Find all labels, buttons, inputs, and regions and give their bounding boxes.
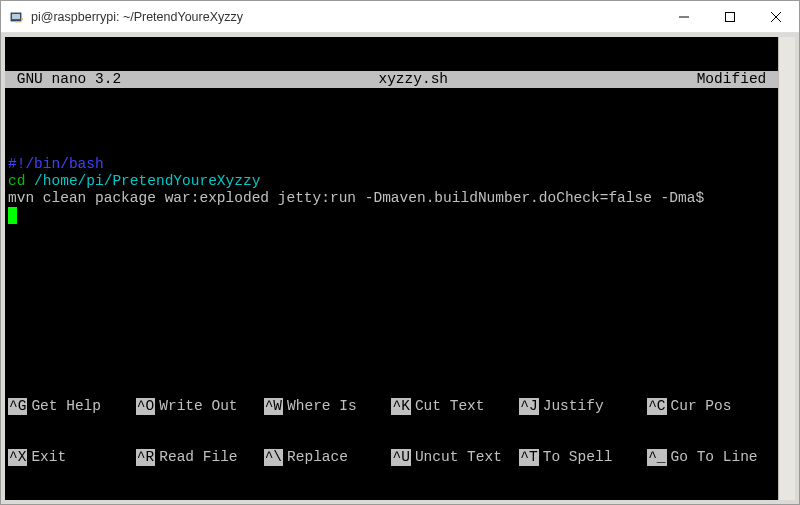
- shortcut-replace[interactable]: ^\Replace: [264, 449, 392, 466]
- shortcut-read-file[interactable]: ^RRead File: [136, 449, 264, 466]
- window-controls: [661, 1, 799, 32]
- cd-path: /home/pi/PretendYoureXyzzy: [25, 173, 260, 189]
- svg-point-3: [21, 17, 23, 19]
- shortcut-row-2: ^XExit ^RRead File ^\Replace ^UUncut Tex…: [8, 449, 775, 466]
- text-cursor: [8, 207, 17, 224]
- editor-viewport[interactable]: #!/bin/bashcd /home/pi/PretendYoureXyzzy…: [5, 122, 778, 258]
- shortcut-to-spell[interactable]: ^TTo Spell: [519, 449, 647, 466]
- svg-rect-5: [726, 12, 735, 21]
- shortcut-justify[interactable]: ^JJustify: [519, 398, 647, 415]
- terminal-wrapper: GNU nano 3.2 xyzzy.sh Modified #!/bin/ba…: [5, 37, 795, 500]
- close-button[interactable]: [753, 1, 799, 32]
- mvn-command-line: mvn clean package war:exploded jetty:run…: [8, 190, 704, 206]
- shortcut-cut-text[interactable]: ^KCut Text: [391, 398, 519, 415]
- shortcut-row-1: ^GGet Help ^OWrite Out ^WWhere Is ^KCut …: [8, 398, 775, 415]
- minimize-button[interactable]: [661, 1, 707, 32]
- nano-version: GNU nano 3.2: [8, 71, 130, 88]
- shortcut-cur-pos[interactable]: ^CCur Pos: [647, 398, 775, 415]
- putty-icon: [9, 9, 25, 25]
- scrollbar-track[interactable]: [779, 37, 795, 500]
- vertical-scrollbar[interactable]: [778, 37, 795, 500]
- nano-modified-indicator: Modified: [697, 71, 775, 88]
- shortcut-where-is[interactable]: ^WWhere Is: [264, 398, 392, 415]
- maximize-button[interactable]: [707, 1, 753, 32]
- titlebar[interactable]: pi@raspberrypi: ~/PretendYoureXyzzy: [1, 1, 799, 33]
- nano-filename: xyzzy.sh: [130, 71, 697, 88]
- nano-title-bar: GNU nano 3.2 xyzzy.sh Modified: [5, 71, 778, 88]
- client-area: GNU nano 3.2 xyzzy.sh Modified #!/bin/ba…: [1, 33, 799, 504]
- shortcut-go-to-line[interactable]: ^_Go To Line: [647, 449, 775, 466]
- app-window: pi@raspberrypi: ~/PretendYoureXyzzy GNU …: [0, 0, 800, 505]
- cd-command: cd: [8, 173, 25, 189]
- shortcut-write-out[interactable]: ^OWrite Out: [136, 398, 264, 415]
- window-title: pi@raspberrypi: ~/PretendYoureXyzzy: [31, 10, 661, 24]
- svg-rect-1: [12, 14, 20, 19]
- shebang-line: #!/bin/bash: [8, 156, 104, 172]
- shortcut-get-help[interactable]: ^GGet Help: [8, 398, 136, 415]
- shortcut-exit[interactable]: ^XExit: [8, 449, 136, 466]
- shortcut-uncut-text[interactable]: ^UUncut Text: [391, 449, 519, 466]
- terminal[interactable]: GNU nano 3.2 xyzzy.sh Modified #!/bin/ba…: [5, 37, 778, 500]
- svg-rect-2: [15, 21, 21, 23]
- nano-shortcut-bar: ^GGet Help ^OWrite Out ^WWhere Is ^KCut …: [5, 364, 778, 500]
